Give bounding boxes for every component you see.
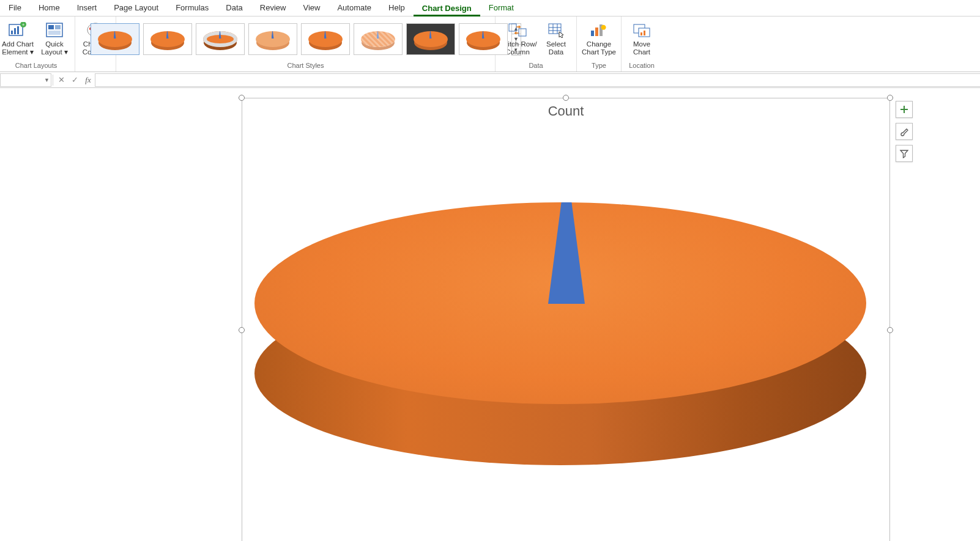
name-box-dropdown-icon[interactable]: ▼	[42, 77, 50, 83]
resize-handle-tm[interactable]	[563, 95, 569, 101]
add-chart-element-button[interactable]: + Add Chart Element ▾	[0, 18, 35, 57]
chart-object[interactable]: Count	[242, 98, 890, 541]
move-chart-label: Move Chart	[633, 40, 650, 56]
tab-file[interactable]: File	[0, 1, 30, 16]
name-box[interactable]: ▼	[0, 73, 51, 87]
divider	[53, 75, 53, 86]
ribbon: + Add Chart Element ▾ Quick Layout ▾ Cha…	[0, 16, 980, 72]
quick-layout-label: Quick Layout ▾	[41, 40, 68, 56]
chart-style-gallery: ▲ ▼ ▾	[88, 18, 524, 61]
svg-rect-1	[11, 31, 13, 34]
chart-style-6[interactable]	[354, 23, 403, 55]
resize-handle-ml[interactable]	[239, 327, 245, 333]
svg-rect-9	[48, 31, 61, 35]
svg-rect-7	[48, 25, 54, 29]
chart-style-7[interactable]	[406, 23, 455, 55]
quick-layout-button[interactable]: Quick Layout ▾	[37, 18, 72, 57]
worksheet-canvas[interactable]: Count	[0, 89, 980, 541]
group-label-data: Data	[498, 61, 574, 72]
ribbon-tabs: File Home Insert Page Layout Formulas Da…	[0, 0, 980, 16]
group-label-chart-styles: Chart Styles	[119, 61, 492, 72]
svg-rect-26	[640, 32, 642, 35]
plus-icon	[899, 105, 909, 114]
change-chart-type-label: Change Chart Type	[582, 40, 616, 56]
svg-rect-27	[644, 31, 645, 35]
insert-function-button[interactable]: fx	[81, 75, 95, 85]
chart-style-5[interactable]	[301, 23, 350, 55]
funnel-icon	[899, 149, 909, 158]
chart-elements-button[interactable]	[896, 101, 913, 118]
add-chart-element-icon: +	[8, 20, 28, 40]
change-chart-type-button[interactable]: Change Chart Type	[579, 18, 618, 57]
move-chart-button[interactable]: Move Chart	[624, 18, 659, 57]
tab-page-layout[interactable]: Page Layout	[105, 1, 167, 16]
chart-filters-button[interactable]	[896, 145, 913, 162]
group-label-chart-layouts: Chart Layouts	[0, 61, 72, 72]
formula-input[interactable]	[95, 73, 980, 87]
select-data-icon	[546, 20, 566, 40]
chart-style-8[interactable]	[459, 23, 508, 55]
tab-view[interactable]: View	[294, 1, 329, 16]
formula-enter-button[interactable]: ✓	[68, 75, 81, 84]
svg-rect-22	[595, 28, 598, 36]
formula-bar: ▼ ✕ ✓ fx	[0, 72, 980, 88]
chart-style-3[interactable]	[196, 23, 245, 55]
tab-format[interactable]: Format	[480, 1, 522, 16]
tab-data[interactable]: Data	[217, 1, 251, 16]
resize-handle-mr[interactable]	[887, 327, 893, 333]
chart-style-1[interactable]	[91, 23, 139, 55]
tab-formulas[interactable]: Formulas	[167, 1, 217, 16]
svg-rect-2	[14, 28, 16, 34]
select-data-label: Select Data	[546, 40, 566, 56]
change-chart-type-icon	[589, 20, 609, 40]
svg-rect-8	[55, 25, 61, 29]
tab-automate[interactable]: Automate	[329, 1, 380, 16]
tab-insert[interactable]: Insert	[69, 1, 106, 16]
tab-chart-design[interactable]: Chart Design	[414, 1, 480, 17]
add-chart-element-label: Add Chart Element ▾	[2, 40, 34, 56]
tab-home[interactable]: Home	[30, 1, 69, 16]
chart-styles-button[interactable]	[896, 123, 913, 140]
svg-rect-15	[519, 29, 526, 36]
svg-text:+: +	[22, 22, 25, 28]
svg-rect-3	[17, 26, 19, 34]
pie-3d[interactable]	[254, 202, 866, 465]
group-label-type: Type	[579, 61, 618, 72]
formula-cancel-button[interactable]: ✕	[54, 75, 68, 84]
select-data-button[interactable]: Select Data	[538, 18, 574, 57]
svg-rect-14	[509, 24, 516, 31]
tab-help[interactable]: Help	[380, 1, 414, 16]
move-chart-icon	[632, 20, 651, 40]
resize-handle-tr[interactable]	[887, 95, 893, 101]
brush-icon	[899, 127, 909, 136]
chart-title[interactable]: Count	[242, 103, 889, 119]
tab-review[interactable]: Review	[251, 1, 295, 16]
chart-style-2[interactable]	[143, 23, 192, 55]
resize-handle-tl[interactable]	[239, 95, 245, 101]
group-label-location: Location	[624, 61, 659, 72]
switch-row-column-icon	[508, 20, 527, 40]
quick-layout-icon	[45, 20, 64, 40]
svg-rect-21	[591, 31, 594, 36]
chart-style-4[interactable]	[248, 23, 297, 55]
group-label-blank1	[78, 61, 113, 72]
